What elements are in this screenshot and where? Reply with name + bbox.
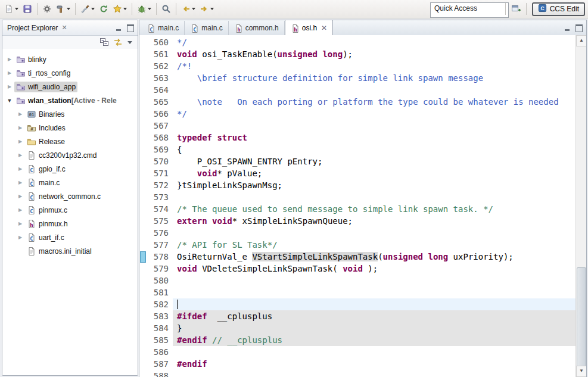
marker-gutter[interactable] (139, 310, 147, 322)
marker-gutter[interactable] (139, 370, 147, 377)
code-text[interactable]: */ (173, 36, 576, 48)
search-icon[interactable] (160, 2, 173, 16)
code-line-580[interactable]: 580 (139, 275, 576, 286)
marker-gutter[interactable] (139, 191, 147, 203)
tree-item-row[interactable]: Cgpio_if.c (25, 164, 67, 175)
code-text[interactable]: #endif (173, 358, 576, 370)
link-with-editor-icon[interactable] (113, 38, 123, 47)
dropdown-caret-icon[interactable] (123, 8, 127, 10)
code-text[interactable]: P_OSI_SPAWN_ENTRY pEntry; (173, 155, 576, 167)
perspective-ccs-edit-button[interactable]: C CCS Edit (532, 2, 585, 16)
minimize-view-button[interactable] (116, 26, 122, 32)
marker-gutter[interactable] (139, 48, 147, 60)
tree-item-pinmux-c[interactable]: ▶Cpinmux.c (2, 203, 138, 217)
marker-gutter[interactable] (139, 286, 147, 298)
minimize-editor-button[interactable] (564, 26, 571, 32)
marker-gutter[interactable] (139, 36, 147, 48)
tree-item-row[interactable]: blinky (14, 54, 48, 65)
tree-item-wlan-station[interactable]: ▼wlan_station [Active - Rele (2, 94, 138, 107)
close-view-icon[interactable]: ✕ (61, 24, 67, 32)
tree-item-row[interactable]: cc3200v1p32.cmd (25, 150, 98, 161)
editor-tab-common-h[interactable]: hcommon.h (229, 21, 285, 35)
code-line-581[interactable]: 581 (139, 286, 576, 298)
code-text[interactable] (173, 298, 576, 310)
dropdown-caret-icon[interactable] (15, 8, 18, 10)
gear-icon[interactable] (41, 2, 54, 16)
code-line-587[interactable]: 587#endif (139, 358, 576, 370)
marker-gutter[interactable] (139, 322, 147, 334)
marker-gutter[interactable] (139, 179, 147, 191)
code-line-564[interactable]: 564 (139, 84, 576, 96)
code-text[interactable]: */ (173, 108, 576, 120)
knife-icon[interactable] (79, 2, 97, 16)
expand-arrow-icon[interactable]: ▶ (15, 152, 25, 158)
tree-item-row[interactable]: 01Binaries (25, 109, 66, 120)
marker-gutter[interactable] (139, 346, 147, 358)
editor-tab-osi-h[interactable]: hosi.h✕ (285, 20, 333, 36)
editor-tab-main-c[interactable]: Cmain.c (185, 21, 228, 35)
code-line-561[interactable]: 561void osi_TaskEnable(unsigned long); (139, 48, 576, 60)
tree-item-row[interactable]: #Includes (25, 123, 67, 133)
code-line-572[interactable]: 572}tSimpleLinkSpawnMsg; (139, 179, 576, 191)
expand-arrow-icon[interactable]: ▶ (15, 180, 25, 185)
code-line-562[interactable]: 562/*! (139, 60, 576, 72)
marker-gutter[interactable] (139, 334, 147, 346)
marker-gutter[interactable] (139, 275, 147, 286)
save-icon[interactable] (21, 2, 34, 16)
code-text[interactable] (173, 370, 576, 377)
tree-item-uart-if-c[interactable]: ▶Cuart_if.c (2, 230, 138, 244)
marker-gutter[interactable] (139, 358, 147, 370)
code-line-582[interactable]: 582 (139, 298, 576, 310)
marker-gutter[interactable] (139, 239, 147, 251)
code-content[interactable]: 560*/561void osi_TaskEnable(unsigned lon… (139, 35, 576, 377)
code-text[interactable] (173, 120, 576, 132)
dropdown-caret-icon[interactable] (91, 8, 95, 10)
code-text[interactable]: typedef struct (173, 132, 576, 144)
expand-arrow-icon[interactable]: ▶ (15, 235, 25, 240)
marker-gutter[interactable] (139, 167, 147, 179)
code-line-575[interactable]: 575extern void* xSimpleLinkSpawnQueue; (139, 215, 576, 227)
code-line-576[interactable]: 576 (139, 227, 576, 239)
tree-item-row[interactable]: Cnetwork_common.c (25, 191, 102, 202)
tree-item-main-c[interactable]: ▶Cmain.c (2, 176, 138, 189)
code-text[interactable]: /* API for SL Task*/ (173, 239, 576, 251)
maximize-view-button[interactable] (127, 24, 134, 32)
code-line-568[interactable]: 568typedef struct (139, 132, 576, 144)
new-wizard-icon[interactable] (2, 2, 20, 16)
code-text[interactable]: { (173, 144, 576, 155)
tree-item-row[interactable]: wifi_audio_app (14, 82, 77, 92)
code-line-563[interactable]: 563 \brief structure definition for simp… (139, 72, 576, 84)
marker-gutter[interactable] (139, 60, 147, 72)
new-target-config-icon[interactable] (111, 2, 129, 16)
tree-item-ti-rtos-config[interactable]: ▶ti_rtos_config (2, 66, 138, 80)
marker-gutter[interactable] (139, 108, 147, 120)
marker-gutter[interactable] (139, 215, 147, 227)
tree-item-wifi-audio-app[interactable]: ▶wifi_audio_app (2, 80, 138, 94)
marker-gutter[interactable] (139, 132, 147, 144)
tree-item-row[interactable]: hpinmux.h (25, 219, 70, 229)
expand-arrow-icon[interactable]: ▶ (15, 111, 25, 117)
build-icon[interactable] (54, 2, 72, 16)
code-text[interactable]: \note On each porting or platform the ty… (173, 96, 576, 108)
marker-gutter[interactable] (139, 263, 147, 275)
marker-gutter[interactable] (139, 72, 147, 84)
code-line-569[interactable]: 569{ (139, 144, 576, 155)
editor-vertical-scrollbar[interactable]: ▲ ▼ (575, 35, 586, 377)
expand-arrow-icon[interactable]: ▶ (5, 70, 14, 76)
code-line-579[interactable]: 579void VDeleteSimpleLinkSpawnTask( void… (139, 263, 576, 275)
tree-item-macros-ini-initial[interactable]: macros.ini_initial (2, 244, 138, 258)
expand-arrow-icon[interactable]: ▶ (15, 166, 25, 172)
dropdown-caret-icon[interactable] (210, 8, 214, 10)
back-icon[interactable] (179, 2, 197, 16)
code-text[interactable] (173, 191, 576, 203)
close-tab-icon[interactable]: ✕ (321, 24, 327, 32)
tree-item-binaries[interactable]: ▶01Binaries (2, 107, 138, 121)
tree-item-blinky[interactable]: ▶blinky (2, 52, 138, 66)
scroll-up-button[interactable]: ▲ (576, 35, 586, 46)
code-text[interactable] (173, 346, 576, 358)
code-text[interactable] (173, 275, 576, 286)
marker-gutter[interactable] (139, 227, 147, 239)
code-text[interactable]: \brief structure definition for simple l… (173, 72, 576, 84)
code-line-578[interactable]: 578OsiReturnVal_e VStartSimpleLinkSpawnT… (139, 251, 576, 263)
expand-arrow-icon[interactable]: ▶ (15, 139, 25, 144)
